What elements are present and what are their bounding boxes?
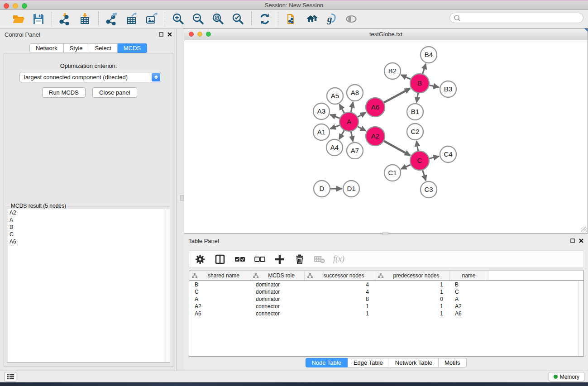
maximize-window-button[interactable] bbox=[22, 3, 27, 9]
table-row[interactable]: A6connector11A6 bbox=[189, 310, 583, 317]
graph-node-D1[interactable]: D1 bbox=[343, 181, 359, 197]
table-row[interactable]: Adominator80A bbox=[189, 295, 583, 303]
cell-shared_name[interactable]: A2 bbox=[189, 303, 250, 310]
graph-edge-B-B4[interactable] bbox=[423, 64, 426, 74]
select-all-button[interactable] bbox=[234, 253, 246, 266]
mcds-result-list[interactable]: A2ABCA6 bbox=[8, 209, 170, 362]
network-snapshot-button[interactable] bbox=[285, 12, 298, 26]
graph-node-A3[interactable]: A3 bbox=[313, 103, 330, 119]
gene-ontology-button[interactable]: g bbox=[325, 12, 338, 26]
graph-edge-A-A4[interactable] bbox=[339, 130, 344, 139]
refresh-button[interactable] bbox=[258, 12, 272, 26]
graph-edge-A-A5[interactable] bbox=[339, 104, 344, 113]
close-window-button[interactable] bbox=[4, 3, 9, 9]
vertical-splitter-handle[interactable] bbox=[180, 195, 184, 201]
tab-edge-table[interactable]: Edge Table bbox=[348, 358, 389, 367]
mcds-result-item[interactable]: A bbox=[8, 216, 170, 224]
close-table-panel-icon[interactable] bbox=[579, 238, 583, 243]
graph-node-A[interactable]: A bbox=[339, 112, 359, 131]
close-panel-icon[interactable] bbox=[167, 32, 172, 37]
cell-name[interactable]: B bbox=[449, 281, 488, 288]
table-row[interactable]: A2connector11A2 bbox=[189, 303, 583, 310]
graph-edge-C-C1[interactable] bbox=[401, 165, 411, 169]
cell-mcds_role[interactable]: connector bbox=[250, 303, 305, 310]
graph-edge-C-C3[interactable] bbox=[423, 170, 426, 181]
graph-node-A2[interactable]: A2 bbox=[366, 127, 385, 146]
network-close-button[interactable] bbox=[189, 32, 194, 37]
export-image-button[interactable] bbox=[145, 12, 158, 26]
graph-edge-B-B1[interactable] bbox=[416, 93, 418, 103]
graph-node-C[interactable]: C bbox=[410, 151, 429, 170]
graph-node-A7[interactable]: A7 bbox=[347, 143, 363, 159]
network-minimize-button[interactable] bbox=[197, 32, 202, 37]
cell-name[interactable]: C bbox=[449, 289, 488, 295]
graph-node-C3[interactable]: C3 bbox=[421, 181, 437, 198]
cell-shared_name[interactable]: A bbox=[189, 296, 250, 302]
criterion-dropdown[interactable]: largest connected component (directed) bbox=[19, 72, 161, 82]
graph-node-A1[interactable]: A1 bbox=[313, 124, 330, 140]
cell-name[interactable]: A2 bbox=[449, 303, 488, 310]
graph-edge-A-A3[interactable] bbox=[330, 114, 340, 118]
network-maximize-button[interactable] bbox=[206, 32, 211, 37]
graph-edge-A2-C[interactable] bbox=[384, 141, 410, 156]
zoom-fit-button[interactable] bbox=[211, 12, 225, 26]
cell-predecessor_nodes[interactable]: 1 bbox=[375, 289, 449, 295]
cell-shared_name[interactable]: C bbox=[189, 289, 250, 295]
cell-predecessor_nodes[interactable]: 1 bbox=[375, 281, 449, 288]
graph-node-C4[interactable]: C4 bbox=[440, 146, 456, 162]
export-table-button[interactable] bbox=[125, 12, 139, 26]
graph-node-B3[interactable]: B3 bbox=[440, 81, 456, 97]
minimize-window-button[interactable] bbox=[13, 3, 18, 9]
window-controls[interactable] bbox=[4, 3, 27, 9]
zoom-selected-button[interactable] bbox=[231, 12, 245, 26]
export-network-button[interactable] bbox=[105, 12, 119, 26]
column-header-successor-nodes[interactable]: successor nodes bbox=[305, 271, 375, 280]
close-panel-button[interactable]: Close panel bbox=[92, 87, 137, 98]
graph-node-B2[interactable]: B2 bbox=[384, 63, 401, 79]
column-header-MCDS-role[interactable]: MCDS role bbox=[250, 271, 305, 280]
table-row[interactable]: Cdominator41C bbox=[189, 288, 583, 295]
graph-node-D[interactable]: D bbox=[314, 181, 330, 197]
graph-edge-A-A6[interactable] bbox=[358, 113, 366, 117]
network-canvas[interactable]: B4 B2 B B3 A5 A8 A6 A3 A B1 A1 A2 C2 bbox=[184, 40, 588, 233]
memory-button[interactable]: Memory bbox=[549, 372, 584, 381]
function-builder-button[interactable]: f(x) bbox=[333, 254, 344, 264]
cell-predecessor_nodes[interactable]: 1 bbox=[375, 310, 449, 317]
tab-network[interactable]: Network bbox=[29, 43, 64, 53]
graph-node-A4[interactable]: A4 bbox=[326, 139, 343, 156]
cell-shared_name[interactable]: A6 bbox=[189, 310, 250, 317]
task-history-button[interactable] bbox=[5, 372, 16, 381]
graph-node-C1[interactable]: C1 bbox=[384, 165, 401, 181]
tab-mcds[interactable]: MCDS bbox=[118, 43, 147, 53]
table-scrollbar[interactable] bbox=[578, 281, 583, 356]
graph-edge-B-B3[interactable] bbox=[430, 85, 439, 87]
cell-name[interactable]: A6 bbox=[449, 310, 488, 317]
deselect-all-button[interactable] bbox=[253, 253, 266, 266]
zoom-in-button[interactable] bbox=[172, 12, 185, 26]
cell-successor_nodes[interactable]: 1 bbox=[305, 310, 375, 317]
eye-button[interactable] bbox=[344, 12, 358, 26]
graph-node-C2[interactable]: C2 bbox=[407, 124, 423, 140]
column-header-shared-name[interactable]: shared name bbox=[189, 271, 250, 280]
open-session-button[interactable] bbox=[12, 12, 25, 26]
mcds-result-item[interactable]: A6 bbox=[8, 238, 170, 245]
graph-edge-A6-B[interactable] bbox=[384, 88, 410, 102]
graph-node-B1[interactable]: B1 bbox=[407, 104, 423, 120]
cell-successor_nodes[interactable]: 4 bbox=[305, 281, 375, 288]
trash-button[interactable] bbox=[293, 253, 306, 266]
graph-edge-A-A8[interactable] bbox=[351, 102, 353, 112]
result-scrollbar[interactable] bbox=[164, 209, 170, 362]
cell-mcds_role[interactable]: connector bbox=[250, 310, 305, 317]
home-button[interactable] bbox=[305, 12, 318, 26]
graph-edge-B-B2[interactable] bbox=[401, 75, 411, 79]
save-session-button[interactable] bbox=[32, 12, 45, 26]
cell-predecessor_nodes[interactable]: 1 bbox=[375, 303, 449, 310]
graph-node-B4[interactable]: B4 bbox=[421, 47, 437, 63]
cell-mcds_role[interactable]: dominator bbox=[250, 296, 305, 302]
mcds-result-item[interactable]: B bbox=[8, 224, 170, 231]
cell-mcds_role[interactable]: dominator bbox=[250, 281, 305, 288]
tab-network-table[interactable]: Network Table bbox=[389, 358, 439, 367]
float-panel-icon[interactable] bbox=[159, 32, 163, 37]
cell-successor_nodes[interactable]: 1 bbox=[305, 303, 375, 310]
table-row[interactable]: Bdominator41B bbox=[189, 281, 583, 288]
